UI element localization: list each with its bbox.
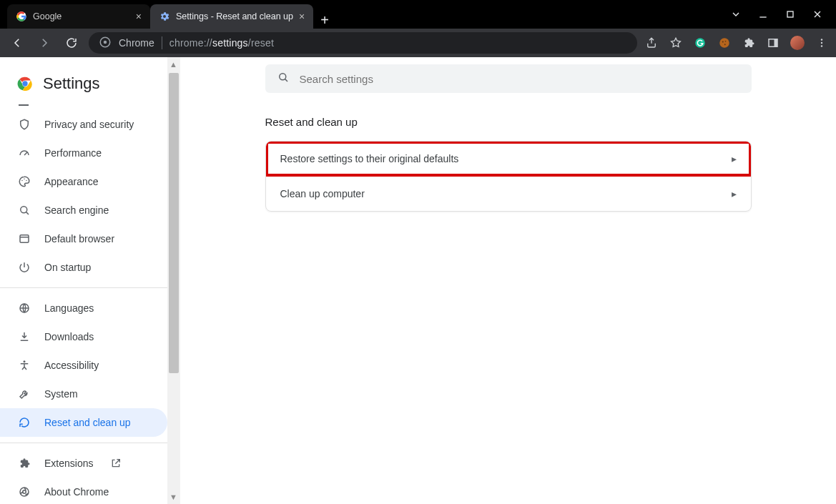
browser-icon	[17, 232, 31, 246]
svg-point-13	[821, 45, 822, 46]
svg-point-22	[24, 360, 26, 362]
chevron-right-icon: ▸	[732, 188, 737, 199]
svg-point-6	[722, 41, 724, 43]
minimize-button[interactable]	[757, 9, 769, 20]
search-icon	[277, 71, 290, 87]
sidebar-item-label: Reset and clean up	[44, 417, 131, 428]
omnibox-chrome-label: Chrome	[119, 37, 154, 49]
close-window-button[interactable]	[812, 9, 823, 20]
chevron-down-icon[interactable]	[730, 9, 742, 20]
extension-grammarly-icon[interactable]	[693, 36, 707, 50]
reload-button[interactable]	[62, 33, 82, 53]
titlebar: Google × Settings - Reset and clean up ×…	[0, 0, 836, 29]
sidebar-item-label: Downloads	[44, 331, 94, 342]
sidebar-item-system[interactable]: System	[0, 380, 167, 408]
chevron-right-icon: ▸	[732, 153, 737, 164]
search-input[interactable]	[300, 73, 740, 85]
sidebar-item-label: Default browser	[44, 233, 114, 244]
speedometer-icon	[17, 146, 31, 160]
tab-strip: Google × Settings - Reset and clean up ×…	[0, 0, 336, 29]
settings-main: Reset and clean up Restore settings to t…	[180, 57, 836, 504]
sidebar-item-privacy[interactable]: Privacy and security	[0, 110, 167, 139]
chrome-icon	[17, 485, 31, 499]
svg-point-25	[279, 74, 285, 80]
extension-cookie-icon[interactable]	[717, 36, 732, 50]
gear-icon	[159, 11, 170, 22]
site-info-icon[interactable]	[99, 36, 112, 51]
new-tab-button[interactable]: +	[313, 12, 336, 29]
row-clean-up-computer[interactable]: Clean up computer ▸	[266, 176, 751, 211]
side-panel-icon[interactable]	[766, 36, 780, 50]
svg-point-15	[22, 81, 27, 86]
settings-search[interactable]	[265, 64, 752, 93]
profile-avatar[interactable]	[790, 36, 805, 50]
sidebar-separator	[0, 443, 167, 443]
svg-rect-20	[20, 235, 29, 243]
sidebar-collapsed-indicator	[19, 104, 29, 106]
svg-point-7	[725, 41, 727, 42]
scroll-up-icon[interactable]: ▲	[169, 60, 177, 69]
sidebar-item-label: Languages	[44, 302, 94, 314]
omnibox-url: chrome://settings/reset	[169, 37, 274, 49]
maximize-button[interactable]	[785, 9, 796, 20]
search-icon	[17, 203, 31, 217]
row-restore-defaults[interactable]: Restore settings to their original defau…	[266, 142, 751, 176]
settings-sidebar: Settings Privacy and security Performanc…	[0, 57, 167, 504]
row-label: Clean up computer	[280, 188, 365, 199]
svg-point-8	[724, 44, 726, 45]
restore-icon	[17, 415, 31, 430]
power-icon	[17, 260, 31, 275]
omnibox-divider	[162, 36, 162, 49]
sidebar-item-search-engine[interactable]: Search engine	[0, 196, 167, 224]
sidebar-item-downloads[interactable]: Downloads	[0, 322, 167, 351]
sidebar-scrollbar[interactable]: ▲ ▼	[167, 57, 180, 504]
tab-settings[interactable]: Settings - Reset and clean up ×	[150, 4, 313, 29]
close-icon[interactable]: ×	[136, 11, 142, 22]
sidebar-item-about[interactable]: About Chrome	[0, 478, 167, 504]
settings-brand: Settings	[0, 70, 167, 104]
puzzle-icon	[17, 456, 31, 470]
svg-rect-10	[774, 39, 778, 47]
scroll-down-icon[interactable]: ▼	[169, 493, 177, 501]
svg-point-3	[104, 40, 107, 44]
sidebar-item-label: Extensions	[44, 458, 93, 469]
sidebar-item-label: Appearance	[44, 176, 99, 187]
close-icon[interactable]: ×	[299, 11, 305, 22]
sidebar-item-reset[interactable]: Reset and clean up	[0, 408, 167, 437]
sidebar-item-languages[interactable]: Languages	[0, 294, 167, 322]
row-label: Restore settings to their original defau…	[280, 153, 459, 164]
omnibox[interactable]: Chrome chrome://settings/reset	[89, 32, 637, 54]
settings-card: Restore settings to their original defau…	[265, 141, 752, 212]
section-title: Reset and clean up	[265, 116, 752, 128]
sidebar-item-extensions[interactable]: Extensions	[0, 449, 167, 478]
svg-point-17	[24, 179, 25, 180]
svg-point-11	[821, 39, 822, 40]
external-link-icon	[110, 458, 122, 469]
svg-point-12	[821, 42, 822, 44]
palette-icon	[17, 174, 31, 189]
forward-button[interactable]	[34, 33, 54, 53]
globe-icon	[17, 301, 31, 315]
sidebar-item-default-browser[interactable]: Default browser	[0, 224, 167, 253]
sidebar-item-performance[interactable]: Performance	[0, 139, 167, 167]
bookmark-star-icon[interactable]	[669, 36, 683, 50]
share-icon[interactable]	[644, 36, 659, 50]
tab-google[interactable]: Google ×	[7, 4, 150, 29]
sidebar-item-label: Privacy and security	[44, 119, 134, 130]
tab-title: Google	[33, 11, 62, 21]
sidebar-item-label: Accessibility	[44, 360, 99, 371]
svg-point-18	[26, 180, 27, 182]
sidebar-item-on-startup[interactable]: On startup	[0, 253, 167, 282]
settings-app: Settings Privacy and security Performanc…	[0, 57, 836, 504]
sidebar-item-label: On startup	[44, 262, 91, 273]
sidebar-item-appearance[interactable]: Appearance	[0, 167, 167, 196]
scroll-thumb[interactable]	[169, 73, 179, 373]
tab-title: Settings - Reset and clean up	[176, 11, 293, 21]
sidebar-item-label: Performance	[44, 147, 102, 159]
sidebar-separator	[0, 287, 167, 288]
kebab-menu-icon[interactable]	[815, 36, 829, 50]
back-button[interactable]	[7, 33, 27, 53]
extensions-puzzle-icon[interactable]	[742, 36, 756, 50]
sidebar-item-accessibility[interactable]: Accessibility	[0, 351, 167, 380]
svg-point-5	[719, 38, 729, 48]
